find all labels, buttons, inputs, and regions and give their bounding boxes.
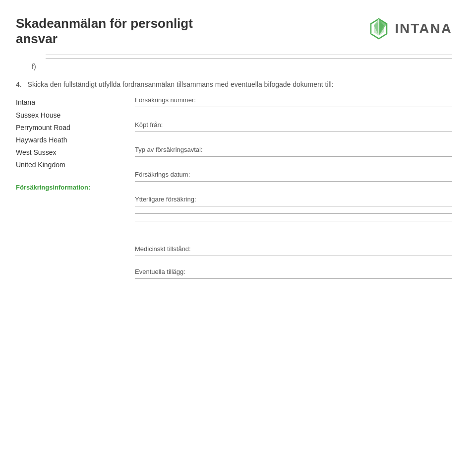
logo-text: INTANA	[395, 21, 452, 37]
bottom-section: Medicinskt tillstånd: Eventuella tillägg…	[16, 245, 452, 279]
field-line-kopt-fran	[135, 132, 452, 132]
field-label-kopt-fran: Köpt från:	[135, 121, 452, 129]
step-instruction: 4. Skicka den fullständigt utfyllda ford…	[16, 80, 452, 88]
field-line-ytterligare-forsäkring-2	[135, 213, 452, 214]
field-line-medicinskt-tillstand	[135, 256, 452, 256]
field-medicinskt-tillstand: Medicinskt tillstånd:	[135, 245, 452, 256]
page: Skadeanmälan för personligt ansvar INTAN…	[0, 0, 476, 461]
address-line-5: West Sussex	[16, 146, 135, 159]
intana-logo-icon	[368, 18, 390, 40]
field-label-forsäkrings-datum: Försäkrings datum:	[135, 171, 452, 178]
field-line-forsäkrings-nummer	[135, 107, 452, 107]
address-line-3: Perrymount Road	[16, 122, 135, 134]
field-label-medicinskt-tillstand: Medicinskt tillstånd:	[135, 245, 452, 253]
field-line-eventuella-tillagg	[135, 278, 452, 279]
field-line-forsäkrings-datum	[135, 181, 452, 182]
field-label-typ-forsäkringsavtal: Typ av försäkringsavtal:	[135, 146, 452, 153]
field-forsäkrings-datum: Försäkrings datum:	[135, 171, 452, 182]
address-line-6: United Kingdom	[16, 159, 135, 171]
main-content: Intana Sussex House Perrymount Road Hayw…	[16, 96, 452, 235]
field-line-ytterligare-forsäkring-3	[135, 221, 452, 221]
address-block: Intana Sussex House Perrymount Road Hayw…	[16, 96, 135, 171]
title-block: Skadeanmälan för personligt ansvar	[16, 16, 193, 47]
field-line-typ-forsäkringsavtal	[135, 156, 452, 157]
address-line-4: Haywards Heath	[16, 134, 135, 146]
field-label-eventuella-tillagg: Eventuella tillägg:	[135, 268, 452, 275]
page-title: Skadeanmälan för personligt ansvar	[16, 16, 193, 47]
field-typ-forsäkringsavtal: Typ av försäkringsavtal:	[135, 146, 452, 157]
divider-line-1	[46, 55, 452, 55]
header: Skadeanmälan för personligt ansvar INTAN…	[16, 16, 452, 47]
address-line-1: Intana	[16, 96, 135, 109]
field-forsäkrings-nummer: Försäkrings nummer:	[135, 96, 452, 107]
logo-block: INTANA	[368, 18, 452, 40]
step-text: Skicka den fullständigt utfyllda fordran…	[28, 80, 334, 88]
field-eventuella-tillagg: Eventuella tillägg:	[135, 268, 452, 279]
svg-marker-3	[379, 19, 387, 36]
right-column: Försäkrings nummer: Köpt från: Typ av fö…	[135, 96, 452, 235]
field-ytterligare-forsäkring: Ytterligare försäkring:	[135, 196, 452, 221]
address-line-2: Sussex House	[16, 109, 135, 122]
field-line-ytterligare-forsäkring-1	[135, 206, 452, 206]
step-number: 4.	[16, 80, 22, 88]
left-column: Intana Sussex House Perrymount Road Hayw…	[16, 96, 135, 235]
field-label-ytterligare-forsäkring: Ytterligare försäkring:	[135, 196, 452, 203]
field-label-forsäkrings-nummer: Försäkrings nummer:	[135, 96, 452, 104]
field-kopt-fran: Köpt från:	[135, 121, 452, 132]
insurance-section-label: Försäkringsinformation:	[16, 184, 135, 191]
section-f: f)	[32, 63, 452, 70]
divider-area	[46, 55, 452, 59]
divider-line-2	[46, 58, 452, 59]
